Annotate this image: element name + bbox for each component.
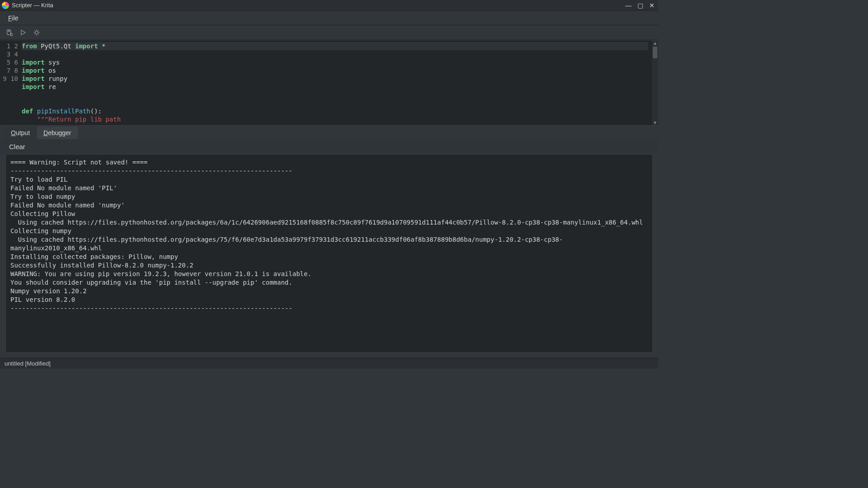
tab-output[interactable]: Output (5, 127, 36, 139)
scroll-down-arrow[interactable]: ▼ (653, 120, 657, 125)
code-editor[interactable]: 1 2 3 4 5 6 7 8 9 10 from PyQt5.Qt impor… (0, 40, 658, 126)
output-toolbar: Clear (0, 139, 658, 154)
window-title: Scripter — Krita (12, 2, 53, 9)
debug-icon[interactable] (32, 28, 42, 38)
minimize-button[interactable]: — (624, 1, 633, 10)
statusbar: untitled [Modified] (0, 358, 658, 369)
app-icon (2, 2, 9, 9)
tab-output-rest: utput (16, 129, 30, 136)
scroll-track[interactable] (652, 46, 658, 120)
editor-scrollbar[interactable]: ▲ ▼ (652, 40, 658, 125)
panel-tabs: Output Debugger (0, 126, 658, 139)
maximize-button[interactable]: ▢ (636, 1, 645, 10)
status-text: untitled [Modified] (5, 360, 51, 367)
menu-file[interactable]: File (4, 13, 23, 23)
menubar: File (0, 11, 658, 25)
tab-debugger-rest: ebugger (48, 129, 71, 136)
scroll-thumb[interactable] (653, 47, 657, 58)
close-button[interactable]: ✕ (647, 1, 656, 10)
output-panel[interactable]: ==== Warning: Script not saved! ==== ---… (5, 154, 653, 352)
scroll-up-arrow[interactable]: ▲ (653, 40, 657, 46)
toolbar (0, 25, 658, 40)
code-area[interactable]: from PyQt5.Qt import * import sysimport … (21, 40, 652, 125)
tab-debugger[interactable]: Debugger (37, 127, 78, 139)
svg-point-1 (35, 31, 38, 34)
clear-button[interactable]: Clear (9, 143, 25, 150)
run-icon[interactable] (18, 28, 28, 38)
document-reload-icon[interactable] (5, 28, 14, 38)
titlebar: Scripter — Krita — ▢ ✕ (0, 0, 658, 11)
menu-file-rest: ile (12, 14, 19, 22)
line-gutter: 1 2 3 4 5 6 7 8 9 10 (0, 40, 21, 125)
